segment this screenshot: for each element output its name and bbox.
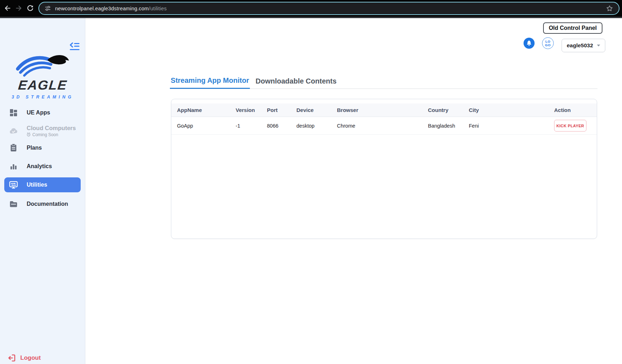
main-content: Old Control Panel LO GO eagle5032 Stream… — [85, 18, 622, 364]
eagle-logo-icon — [14, 52, 71, 80]
cell-country: Bangladesh — [428, 123, 469, 129]
back-icon[interactable] — [4, 5, 11, 12]
logo-badge-line1: LO — [545, 40, 550, 43]
kick-player-button[interactable]: KICK PLAYER — [554, 120, 586, 132]
column-header-version: Version — [236, 107, 267, 113]
logo-badge-line2: GO — [545, 43, 551, 47]
sidebar-item-label: Utilities — [27, 182, 47, 188]
column-header-port: Port — [267, 107, 296, 113]
url-path: /utilities — [149, 6, 167, 11]
account-dropdown[interactable]: eagle5032 — [562, 39, 605, 52]
notifications-bell-icon[interactable] — [524, 38, 535, 49]
sidebar-item-cloud-computers[interactable]: Cloud Computers Coming Soon — [0, 123, 85, 139]
tab-downloadable-contents[interactable]: Downloadable Contents — [250, 73, 342, 89]
cell-city: Feni — [469, 123, 554, 129]
brand-tagline: 3D STREAMING — [0, 95, 85, 100]
sidebar-item-analytics[interactable]: Analytics — [0, 161, 85, 172]
table-header-row: AppName Version Port Device Browser Coun… — [171, 103, 597, 117]
column-header-device: Device — [296, 107, 337, 113]
reload-icon[interactable] — [27, 5, 34, 12]
sidebar-item-documentation[interactable]: Documentation — [0, 199, 85, 209]
url-bar[interactable]: newcontrolpanel.eagle3dstreaming.com/uti… — [38, 2, 620, 15]
cloud-check-icon — [9, 127, 18, 135]
cell-browser: Chrome — [337, 123, 428, 129]
table-row: GoApp -1 8066 desktop Chrome Bangladesh … — [171, 117, 597, 135]
streaming-app-table-card: AppName Version Port Device Browser Coun… — [171, 99, 597, 239]
bookmark-star-icon[interactable] — [606, 5, 613, 12]
collapse-sidebar-icon[interactable] — [69, 42, 80, 52]
column-header-appname: AppName — [171, 107, 236, 113]
account-name: eagle5032 — [567, 42, 593, 49]
bar-chart-icon — [9, 162, 18, 171]
clock-icon — [27, 133, 31, 136]
column-header-city: City — [469, 107, 554, 113]
sidebar-item-plans[interactable]: Plans — [0, 143, 85, 153]
client-logo-badge[interactable]: LO GO — [542, 37, 554, 49]
old-control-panel-button[interactable]: Old Control Panel — [543, 22, 602, 34]
clipboard-icon — [9, 144, 18, 152]
sidebar-item-ue-apps[interactable]: UE Apps — [0, 107, 85, 118]
column-header-action: Action — [554, 107, 597, 113]
tab-bar: Streaming App Monitor Downloadable Conte… — [170, 73, 597, 89]
cell-version: -1 — [236, 123, 267, 129]
cell-port: 8066 — [267, 123, 296, 129]
brand-name: EAGLE — [0, 79, 86, 92]
site-settings-icon[interactable] — [45, 5, 51, 11]
cell-appname: GoApp — [171, 123, 236, 129]
sidebar-item-label: Cloud Computers — [27, 125, 76, 132]
chevron-down-icon — [597, 44, 600, 47]
sidebar: EAGLE 3D STREAMING UE Apps — [0, 18, 85, 364]
sidebar-item-label: Plans — [27, 145, 42, 151]
forward-icon[interactable] — [15, 5, 22, 12]
logout-label: Logout — [20, 354, 41, 362]
logout-button[interactable]: Logout — [8, 354, 41, 362]
column-header-browser: Browser — [337, 107, 428, 113]
browser-toolbar: newcontrolpanel.eagle3dstreaming.com/uti… — [0, 0, 622, 17]
sidebar-item-utilities[interactable]: Utilities — [4, 177, 81, 192]
screen: newcontrolpanel.eagle3dstreaming.com/uti… — [0, 0, 622, 364]
sidebar-item-label: Documentation — [27, 201, 68, 207]
sidebar-item-label: Analytics — [27, 163, 52, 170]
sidebar-item-label: UE Apps — [27, 109, 50, 116]
tab-streaming-app-monitor[interactable]: Streaming App Monitor — [170, 73, 250, 89]
logout-icon — [8, 354, 16, 362]
cell-device: desktop — [296, 123, 337, 129]
screen-sliders-icon — [9, 181, 18, 189]
column-header-country: Country — [428, 107, 469, 113]
brand-logo: EAGLE 3D STREAMING — [0, 52, 85, 100]
folder-icon — [9, 200, 18, 208]
url-host: newcontrolpanel.eagle3dstreaming.com — [55, 6, 149, 11]
cell-action: KICK PLAYER — [554, 120, 597, 132]
grid-dashboard-icon — [9, 108, 18, 117]
coming-soon-badge: Coming Soon — [27, 132, 76, 137]
